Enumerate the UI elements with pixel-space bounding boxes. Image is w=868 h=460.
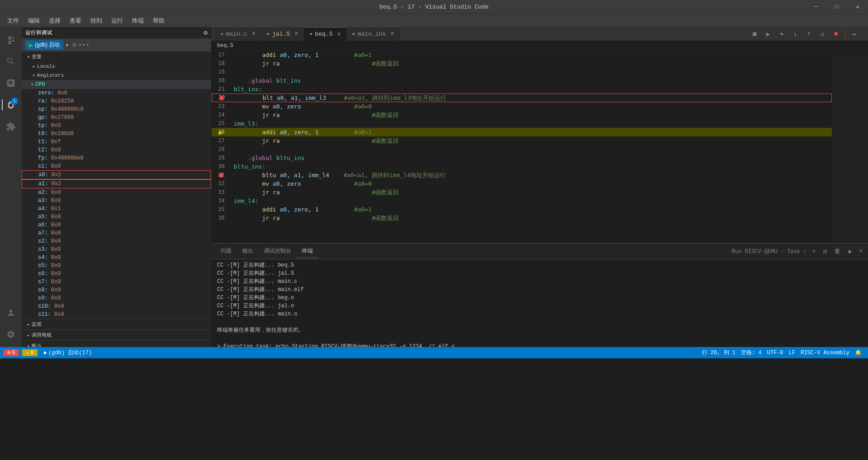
- debug-config-dropdown[interactable]: ▾: [65, 42, 69, 49]
- debug-panel-title: 运行和调试: [25, 29, 52, 36]
- reg-s4[interactable]: s4: 0x0: [22, 253, 211, 262]
- terminal-task-label: Run RISCV-QEMU - Task ✓: [732, 248, 807, 255]
- menu-select[interactable]: 选择: [45, 16, 64, 26]
- maximize-button[interactable]: □: [826, 0, 847, 14]
- reg-a4[interactable]: a4: 0x1: [22, 205, 211, 213]
- menu-goto[interactable]: 转到: [87, 16, 106, 26]
- cpu-section[interactable]: ▾ CPU: [22, 80, 211, 89]
- debug-more-icon[interactable]: •••: [78, 42, 90, 49]
- menu-run[interactable]: 运行: [108, 16, 127, 26]
- panel-add-btn[interactable]: +: [810, 248, 817, 255]
- more-actions-btn[interactable]: ⋯: [848, 28, 861, 39]
- code-line-25: 25 imm_l3:: [212, 119, 832, 128]
- menu-help[interactable]: 帮助: [149, 16, 168, 26]
- reg-a0[interactable]: a0: 0x1: [22, 170, 211, 179]
- tab-beq-s-close[interactable]: ×: [337, 31, 341, 38]
- status-errors[interactable]: ⊗ 0: [4, 349, 19, 356]
- status-line-col[interactable]: 行 26, 列 1: [699, 349, 738, 357]
- tab-main-c[interactable]: ● main.c ×: [215, 27, 261, 41]
- registers-section[interactable]: ▾ Registers: [22, 71, 211, 80]
- reg-gp[interactable]: gp: 0x27968: [22, 113, 211, 122]
- status-spaces[interactable]: 空格: 4: [738, 349, 764, 357]
- status-encoding[interactable]: UTF-8: [764, 350, 786, 356]
- watch-section[interactable]: ▸ 监视: [22, 319, 211, 329]
- tab-main-ins[interactable]: ● main.ins ×: [347, 27, 400, 41]
- status-eol[interactable]: LF: [786, 350, 798, 356]
- activity-debug[interactable]: 1: [2, 96, 20, 114]
- panel-close-btn[interactable]: ×: [857, 248, 864, 255]
- code-content-30: bltu_ins:: [232, 162, 832, 171]
- debug-step-out-btn[interactable]: ↑: [802, 28, 815, 39]
- reg-s5[interactable]: s5: 0x0: [22, 262, 211, 270]
- minimize-button[interactable]: ─: [806, 0, 826, 14]
- reg-s1[interactable]: s1: 0x0: [22, 162, 211, 170]
- reg-a5[interactable]: a5: 0x0: [22, 213, 211, 221]
- activity-search[interactable]: [2, 52, 20, 70]
- panel-tab-problems[interactable]: 问题: [215, 244, 237, 258]
- close-button[interactable]: ✕: [847, 0, 868, 14]
- menu-view[interactable]: 查看: [66, 16, 85, 26]
- reg-sp[interactable]: sp: 0x408006c0: [22, 105, 211, 113]
- panel-tab-output[interactable]: 输出: [237, 244, 259, 258]
- variables-section[interactable]: ▾ 变量: [22, 52, 211, 62]
- tab-jal-s-close[interactable]: ×: [294, 30, 298, 38]
- menu-file[interactable]: 文件: [4, 16, 23, 26]
- activity-git[interactable]: [2, 74, 20, 92]
- reg-a3[interactable]: a3: 0x0: [22, 197, 211, 205]
- breakpoints-section[interactable]: ▾ 断点: [22, 340, 211, 347]
- code-editor[interactable]: 17 addi a0, zero, 1 #a0=1 18 jr ra #函数返回: [212, 51, 868, 243]
- terminal[interactable]: CC -[M] 正在构建... beq.S CC -[M] 正在构建... ja…: [212, 259, 868, 347]
- status-language[interactable]: RISC-V Assembly: [798, 350, 852, 356]
- reg-t0[interactable]: t0: 0x100d8: [22, 130, 211, 138]
- debug-step-into-btn[interactable]: ↓: [789, 28, 802, 39]
- reg-s3[interactable]: s3: 0x0: [22, 245, 211, 253]
- debug-continue-btn[interactable]: ▶: [762, 28, 774, 39]
- reg-ra[interactable]: ra: 0x10250: [22, 97, 211, 105]
- panel-split-btn[interactable]: ⊟: [821, 248, 829, 255]
- debug-stop-btn[interactable]: ■: [830, 28, 842, 39]
- debug-layout-btn[interactable]: ⊞: [748, 28, 761, 39]
- locals-section[interactable]: ▸ Locals: [22, 62, 211, 71]
- reg-s7[interactable]: s7: 0x0: [22, 278, 211, 286]
- callstack-section[interactable]: ▸ 调用堆栈: [22, 329, 211, 340]
- reg-s10[interactable]: s10: 0x0: [22, 302, 211, 310]
- debug-start-button[interactable]: ▶ (gdb) 启动: [25, 40, 63, 50]
- panel-max-btn[interactable]: ▲: [846, 248, 853, 255]
- reg-s2[interactable]: s2: 0x0: [22, 237, 211, 245]
- menu-terminal[interactable]: 终端: [128, 16, 147, 26]
- panel-tab-debug-console[interactable]: 调试控制台: [259, 244, 297, 258]
- reg-s11[interactable]: s11: 0x0: [22, 310, 211, 319]
- reg-a1[interactable]: a1: 0x2: [22, 179, 211, 188]
- reg-s9[interactable]: s9: 0x0: [22, 294, 211, 302]
- reg-tp[interactable]: tp: 0x0: [22, 122, 211, 130]
- status-warnings[interactable]: ⚠ 0: [22, 349, 37, 356]
- activity-explorer[interactable]: [2, 31, 20, 49]
- debug-step-over-btn[interactable]: ↷: [775, 28, 788, 39]
- reg-a6[interactable]: a6: 0x0: [22, 221, 211, 229]
- panel-tab-terminal[interactable]: 终端: [297, 244, 318, 258]
- reg-t1[interactable]: t1: 0xf: [22, 138, 211, 146]
- tab-main-ins-close[interactable]: ×: [391, 30, 394, 38]
- settings-icon[interactable]: ⚙: [204, 29, 208, 37]
- reg-a2[interactable]: a2: 0x0: [22, 188, 211, 197]
- status-debug[interactable]: ▶ (gdb) 启动(17): [41, 349, 94, 357]
- code-content-20: .global blt_ins: [232, 76, 832, 85]
- reg-zero[interactable]: zero: 0x0: [22, 89, 211, 97]
- tab-jal-s[interactable]: ● jal.S ×: [261, 27, 304, 41]
- activity-extensions[interactable]: [2, 117, 20, 136]
- reg-s6[interactable]: s6: 0x0: [22, 270, 211, 278]
- reg-a7[interactable]: a7: 0x0: [22, 229, 211, 237]
- tab-beq-s[interactable]: ● beq.S ×: [304, 27, 347, 41]
- activity-account[interactable]: [2, 304, 20, 322]
- activity-settings[interactable]: [2, 325, 20, 343]
- debug-settings-icon[interactable]: ⚙: [72, 41, 76, 49]
- status-notifications[interactable]: 🔔: [852, 349, 864, 356]
- reg-fp[interactable]: fp: 0x408006e0: [22, 154, 211, 162]
- panel-trash-btn[interactable]: 🗑: [832, 248, 842, 255]
- reg-t2[interactable]: t2: 0x0: [22, 146, 211, 154]
- tab-main-c-close[interactable]: ×: [252, 30, 255, 38]
- code-line-29: 29 .global bltu_ins: [212, 154, 832, 162]
- menu-edit[interactable]: 编辑: [24, 16, 43, 26]
- reg-s8[interactable]: s8: 0x0: [22, 286, 211, 294]
- debug-restart-btn[interactable]: ↺: [816, 28, 829, 39]
